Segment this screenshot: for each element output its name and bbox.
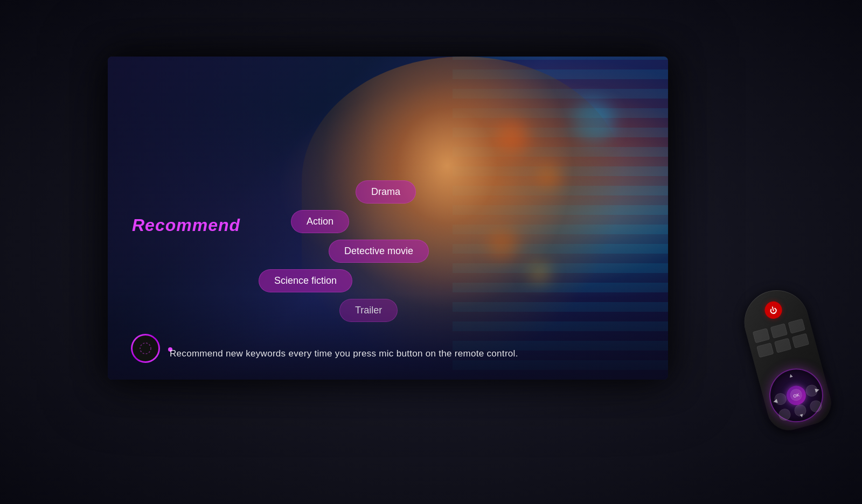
remote-body: ⏻ ▲ ▼ ◀ ▶ (737, 283, 836, 435)
tag-row-detective: Detective movie (259, 240, 560, 263)
remote-btn-4[interactable] (756, 342, 774, 358)
genre-tag-action[interactable]: Action (291, 210, 349, 233)
remote-top-buttons (753, 318, 810, 358)
tag-row-action: Action (259, 210, 560, 233)
remote-btn-1[interactable] (753, 328, 770, 343)
bottom-instruction-text: Recommend new keywords every time you pr… (170, 348, 518, 359)
svg-point-0 (140, 343, 151, 354)
remote-power-button[interactable]: ⏻ (763, 299, 784, 320)
remote-btn-2[interactable] (770, 323, 788, 338)
tag-row-scifi: Science fiction (259, 269, 560, 292)
genre-tag-scifi[interactable]: Science fiction (259, 269, 352, 292)
recommend-label: Recommend (132, 215, 240, 235)
mic-icon-wrapper (129, 332, 162, 365)
power-icon: ⏻ (769, 305, 778, 315)
mic-ring (131, 334, 160, 363)
remote-circle-btn-1[interactable] (773, 392, 788, 407)
genre-tag-drama[interactable]: Drama (356, 180, 416, 204)
remote-btn-5[interactable] (774, 338, 792, 353)
remote-btn-6[interactable] (792, 333, 810, 348)
remote-control: ⏻ ▲ ▼ ◀ ▶ (721, 260, 858, 479)
mic-icon (139, 342, 152, 355)
scene-wrapper: Recommend Drama Action Detective movie S… (0, 0, 862, 504)
nav-up-arrow: ▲ (788, 372, 794, 379)
tv-frame: Recommend Drama Action Detective movie S… (108, 57, 668, 380)
remote-btn-3[interactable] (788, 318, 805, 333)
remote-circle-btn-2[interactable] (789, 388, 803, 402)
genre-tag-trailer[interactable]: Trailer (339, 299, 398, 322)
genre-tags-container: Drama Action Detective movie Science fic… (259, 180, 560, 328)
tag-row-trailer: Trailer (259, 299, 560, 322)
tag-row-drama: Drama (259, 180, 560, 204)
genre-tag-detective[interactable]: Detective movie (329, 240, 429, 263)
